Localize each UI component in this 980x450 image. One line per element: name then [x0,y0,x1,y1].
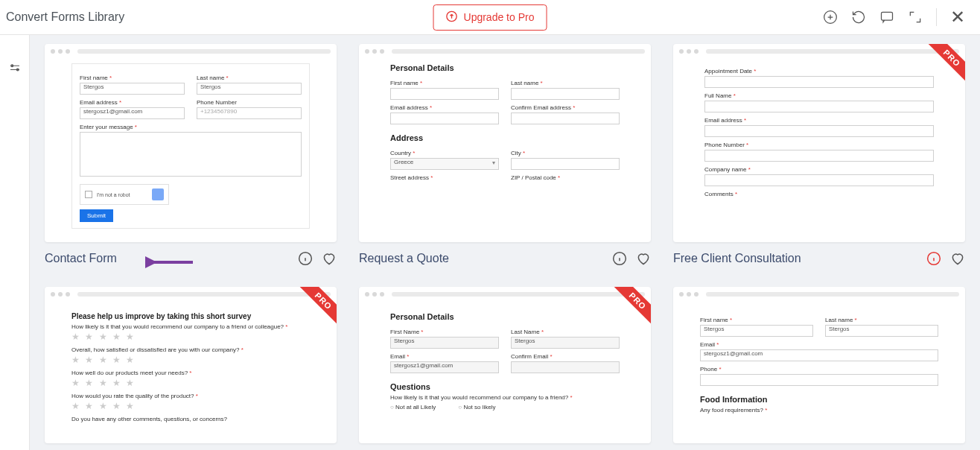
field-textarea [80,132,302,177]
expand-icon[interactable] [908,10,923,25]
field-input [704,125,934,137]
field-input: stergosz1@gmail.com [390,361,499,373]
template-card: First name * Stergos Last name * Stergos… [673,287,965,443]
field-input [511,88,620,100]
field-input: Stergos [511,337,620,349]
topbar: Convert Forms Library Upgrade to Pro ✕ [0,0,980,35]
field-input [704,101,934,112]
field-input [511,158,620,170]
field-input: Stergos [390,337,499,349]
section-title: Personal Details [390,63,620,72]
template-thumb[interactable]: PRO Appointment Date * Full Name * Email… [673,44,965,242]
svg-rect-2 [882,12,893,20]
page-title: Convert Forms Library [6,10,124,24]
heart-icon[interactable] [322,251,337,266]
heart-icon[interactable] [636,251,651,266]
template-card: PRO Personal Details First Name * Stergo… [359,287,651,443]
field-input [390,88,499,100]
section-title: Personal Details [390,312,620,321]
template-thumb[interactable]: PRO Personal Details First Name * Stergo… [359,287,651,443]
section-title: Please help us improve by taking this sh… [71,312,310,320]
field-input: stergosz1@gmail.com [700,349,938,361]
filter-icon[interactable] [8,62,22,450]
field-input [511,112,620,124]
add-icon[interactable] [823,10,838,25]
template-title: Request a Quote [359,252,605,265]
sidebar [0,35,30,450]
thumb-chrome [673,287,965,302]
field-input [704,150,934,162]
upgrade-button[interactable]: Upgrade to Pro [433,4,547,31]
template-thumb[interactable]: First name * Stergos Last name * Stergos [45,44,337,242]
upgrade-label: Upgrade to Pro [464,11,535,23]
field-input: +1234567890 [197,107,302,119]
template-thumb[interactable]: First name * Stergos Last name * Stergos… [673,287,965,443]
star-rating: ★ ★ ★ ★ ★ [71,332,310,342]
chevron-down-icon: ▾ [492,159,495,166]
close-icon[interactable]: ✕ [950,10,965,25]
field-input [390,112,499,124]
info-icon[interactable] [926,251,941,266]
thumb-chrome [45,44,337,59]
thumb-chrome [673,44,965,59]
section-title: Address [390,133,620,142]
field-input [511,361,620,373]
comment-icon[interactable] [879,10,894,25]
template-grid: First name * Stergos Last name * Stergos [30,35,980,450]
upgrade-icon [446,10,458,25]
star-rating: ★ ★ ★ ★ ★ [71,401,310,411]
heart-icon[interactable] [950,251,965,266]
template-title: Contact Form [45,252,290,265]
refresh-icon[interactable] [851,10,866,25]
recaptcha-icon [152,188,164,200]
field-input: Stergos [197,83,302,95]
info-icon[interactable] [612,251,627,266]
field-input [700,374,938,386]
field-input: Stergos [825,325,938,337]
info-icon[interactable] [298,251,313,266]
field-label: Last name * [197,75,302,81]
field-select: Greece ▾ [390,158,499,170]
star-rating: ★ ★ ★ ★ ★ [71,378,310,388]
main: First name * Stergos Last name * Stergos [0,35,980,450]
topbar-actions: ✕ [823,8,965,26]
card-footer: Contact Form [45,251,337,266]
card-footer: Free Client Consultation [673,251,965,266]
field-input: stergosz1@gmail.com [80,107,185,119]
card-footer: Request a Quote [359,251,651,266]
field-input: Stergos [80,83,185,95]
thumb-chrome [359,44,651,59]
template-card: PRO Appointment Date * Full Name * Email… [673,44,965,266]
star-rating: ★ ★ ★ ★ ★ [71,355,310,365]
thumb-chrome [45,287,337,302]
field-label: Enter your message * [80,124,302,130]
divider [936,8,937,26]
captcha: I'm not a robot [80,184,169,205]
field-label: Email address * [80,99,185,106]
field-label: First name * [80,75,185,81]
template-thumb[interactable]: PRO Please help us improve by taking thi… [45,287,337,443]
field-input [704,174,934,186]
template-title: Free Client Consultation [673,252,919,265]
submit-button: Submit [80,209,113,222]
template-card: PRO Please help us improve by taking thi… [45,287,337,443]
field-label: Phone Number [197,99,302,106]
template-thumb[interactable]: Personal Details First name * Last name … [359,44,651,242]
template-card: Personal Details First name * Last name … [359,44,651,266]
template-card: First name * Stergos Last name * Stergos [45,44,337,266]
field-input: Stergos [700,325,813,337]
thumb-chrome [359,287,651,302]
section-title: Questions [390,382,620,391]
field-input [704,76,934,88]
section-title: Food Information [700,395,938,404]
radio-group: Not at all Likely Not so likely [390,404,620,411]
